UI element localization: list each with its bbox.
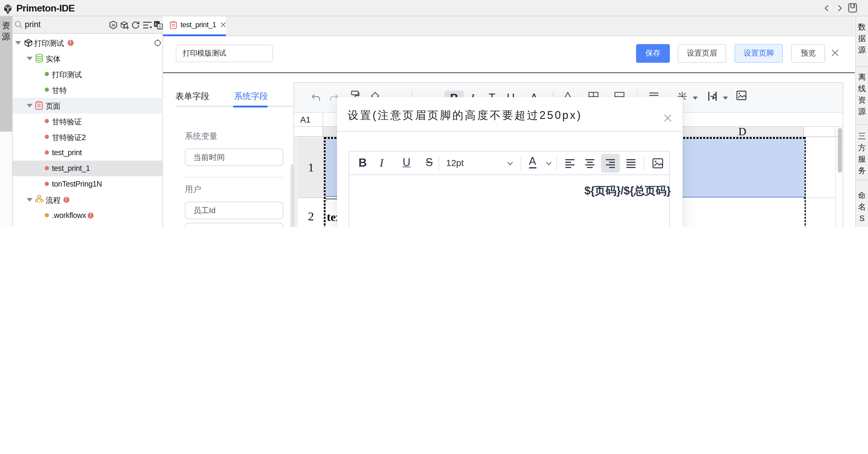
svg-text:文: 文 (158, 25, 162, 29)
svg-text:AI: AI (112, 23, 115, 28)
